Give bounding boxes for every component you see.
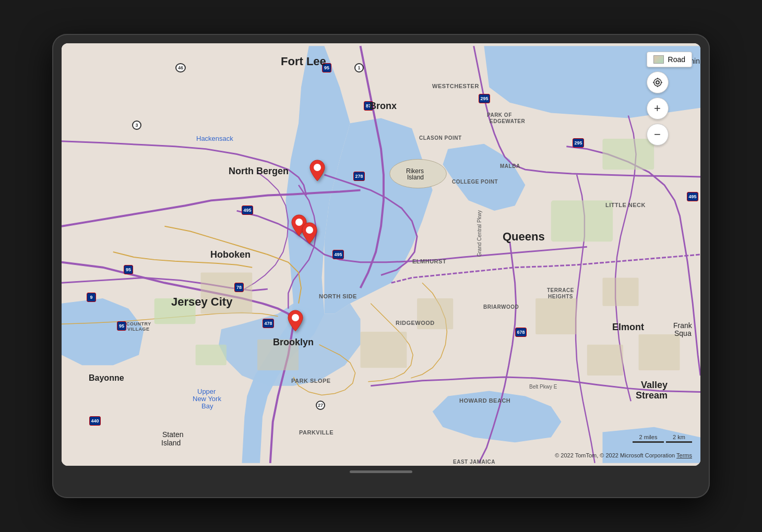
svg-point-19	[656, 81, 659, 84]
location-button[interactable]	[647, 71, 669, 93]
svg-rect-7	[361, 332, 407, 368]
scale-km-label: 2 km	[673, 434, 685, 440]
map-type-label: Road	[668, 55, 685, 64]
scale-miles: 2 miles	[633, 434, 664, 443]
map-type-button[interactable]: Road	[647, 52, 692, 67]
svg-rect-6	[257, 340, 299, 370]
map-pin-1[interactable]	[308, 159, 327, 184]
zoom-out-button[interactable]: −	[647, 124, 669, 146]
svg-rect-9	[535, 298, 577, 334]
attribution: © 2022 TomTom, © 2022 Microsoft Corporat…	[555, 452, 692, 458]
home-indicator	[350, 470, 412, 473]
svg-rect-3	[551, 200, 613, 241]
scale-km: 2 km	[666, 434, 692, 443]
svg-point-20	[654, 79, 661, 86]
map-container[interactable]: 95 95 95 9 440 3 46 78 478 495 495 495	[62, 43, 700, 466]
scale-line-km	[666, 441, 692, 443]
screen: 95 95 95 9 440 3 46 78 478 495 495 495	[62, 43, 700, 466]
svg-rect-10	[587, 345, 623, 376]
svg-point-13	[390, 159, 447, 188]
svg-point-18	[292, 314, 299, 321]
scale-bar: 2 miles 2 km	[633, 434, 692, 443]
svg-rect-8	[417, 298, 453, 329]
svg-rect-1	[154, 298, 196, 324]
svg-rect-2	[196, 345, 227, 365]
map-controls: Road + −	[647, 52, 692, 146]
scale-miles-label: 2 miles	[639, 434, 658, 440]
attribution-text: © 2022 TomTom, © 2022 Microsoft Corporat…	[555, 452, 675, 458]
map-pin-3[interactable]	[286, 309, 305, 334]
map-pin-2b[interactable]	[300, 222, 319, 247]
svg-point-17	[306, 226, 313, 234]
map-type-icon	[653, 55, 664, 64]
device-bottom	[62, 466, 700, 477]
svg-rect-5	[201, 273, 253, 314]
device-frame: 95 95 95 9 440 3 46 78 478 495 495 495	[52, 34, 710, 498]
svg-rect-12	[602, 277, 638, 306]
svg-rect-11	[639, 334, 680, 370]
terms-link[interactable]: Terms	[676, 452, 692, 458]
zoom-in-button[interactable]: +	[647, 98, 669, 119]
svg-point-15	[314, 164, 321, 171]
scale-line-miles	[633, 441, 664, 443]
map-background	[62, 43, 700, 466]
